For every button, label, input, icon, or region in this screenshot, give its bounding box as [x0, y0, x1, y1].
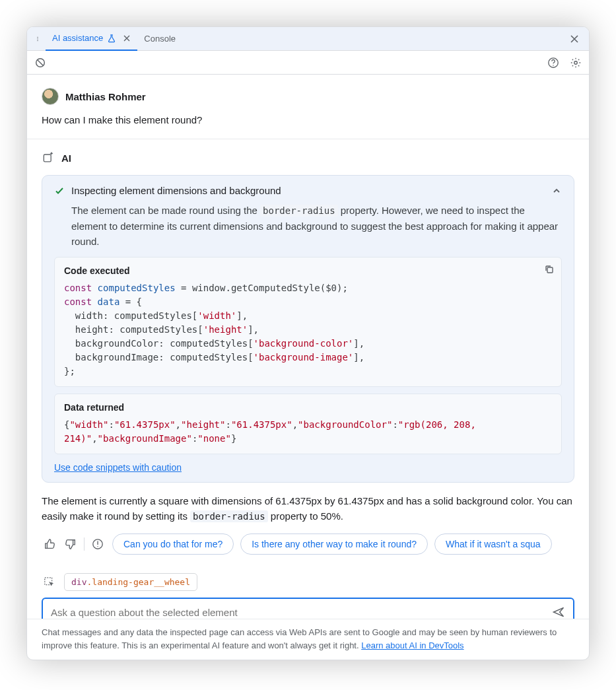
close-panel-icon[interactable]	[563, 31, 586, 47]
step-body: The element can be made round using the …	[71, 203, 562, 249]
question-input[interactable]	[51, 607, 545, 618]
suggestion-chip[interactable]: What if it wasn't a squa	[434, 534, 552, 555]
check-icon	[54, 186, 65, 196]
code-executed: Code executed const computedStyles = win…	[54, 257, 562, 387]
code-block-title: Code executed	[64, 265, 552, 276]
collapse-icon[interactable]	[551, 186, 562, 196]
caution-link[interactable]: Use code snippets with caution	[54, 462, 182, 473]
toolbar	[27, 51, 589, 75]
data-returned: Data returned {"width":"61.4375px","heig…	[54, 394, 562, 454]
suggestion-chips: Can you do that for me? Is there any oth…	[112, 534, 574, 555]
code-block-title: Data returned	[64, 402, 552, 413]
ai-summary: The element is currently a square with d…	[42, 493, 574, 524]
svg-point-1	[37, 38, 38, 39]
block-icon[interactable]	[32, 55, 48, 71]
ai-label: AI	[61, 153, 71, 164]
gear-icon[interactable]	[568, 55, 584, 71]
reasoning-step: Inspecting element dimensions and backgr…	[42, 175, 574, 483]
learn-link[interactable]: Learn about AI in DevTools	[361, 640, 463, 650]
feedback-row: Can you do that for me? Is there any oth…	[42, 534, 574, 555]
svg-point-10	[97, 546, 98, 547]
user-header: Matthias Rohmer	[42, 88, 574, 105]
suggestion-chip[interactable]: Can you do that for me?	[112, 534, 234, 555]
copy-icon[interactable]	[544, 264, 555, 275]
ai-sparkle-icon	[42, 151, 55, 164]
help-icon[interactable]	[545, 55, 561, 71]
suggestion-chip[interactable]: Is there any other way to make it round?	[240, 534, 428, 555]
select-element-icon[interactable]	[42, 574, 57, 590]
inline-code: border-radius	[190, 510, 268, 522]
disclaimer: Chat messages and any data the inspected…	[27, 619, 589, 660]
tab-label: Console	[144, 34, 176, 44]
ai-assistance-panel: AI assistance Console	[26, 26, 590, 660]
user-question: How can I make this element round?	[42, 114, 574, 125]
chat-content: Matthias Rohmer How can I make this elem…	[27, 75, 589, 619]
element-chip[interactable]: div.landing-gear__wheel	[64, 573, 197, 591]
svg-point-0	[37, 36, 38, 37]
svg-point-6	[574, 61, 578, 64]
question-input-row	[42, 598, 574, 619]
tab-label: AI assistance	[52, 33, 103, 43]
inline-code: border-radius	[260, 205, 338, 217]
report-icon[interactable]	[90, 536, 106, 552]
code-content: const computedStyles = window.getCompute…	[64, 281, 552, 378]
svg-rect-7	[44, 155, 51, 162]
thumbs-down-icon[interactable]	[63, 536, 79, 552]
svg-point-5	[553, 65, 553, 65]
selected-element-row: div.landing-gear__wheel	[42, 573, 574, 591]
tab-ai-assistance[interactable]: AI assistance	[46, 27, 137, 51]
ai-header: AI	[42, 151, 574, 164]
data-content: {"width":"61.4375px","height":"61.4375px…	[64, 418, 552, 446]
svg-rect-8	[547, 267, 553, 273]
more-menu-icon[interactable]	[30, 31, 46, 47]
step-title: Inspecting element dimensions and backgr…	[71, 185, 545, 196]
svg-point-2	[37, 40, 38, 40]
thumbs-up-icon[interactable]	[42, 536, 57, 552]
divider	[27, 139, 589, 139]
avatar	[42, 88, 59, 105]
user-name: Matthias Rohmer	[65, 91, 146, 102]
tab-bar: AI assistance Console	[27, 27, 589, 51]
send-icon[interactable]	[552, 605, 565, 619]
divider	[84, 537, 85, 551]
close-tab-icon[interactable]	[123, 34, 131, 42]
tab-console[interactable]: Console	[137, 27, 182, 51]
experiment-icon	[107, 34, 116, 43]
